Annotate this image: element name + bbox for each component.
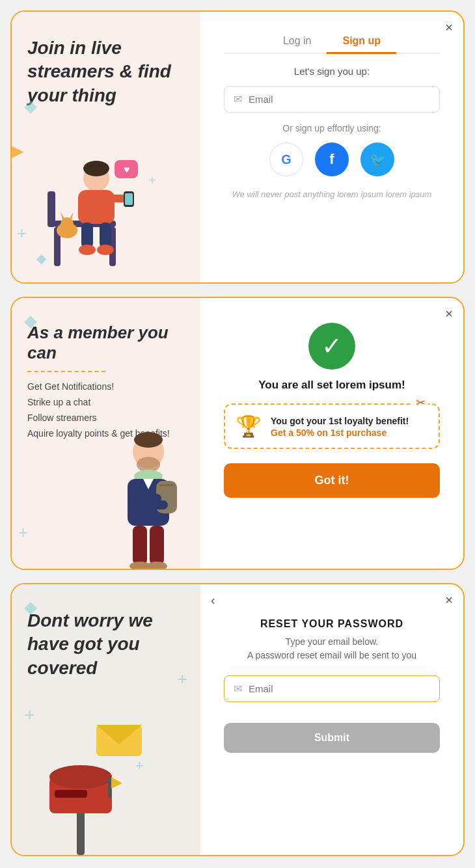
svg-marker-16 (61, 212, 65, 219)
svg-rect-32 (133, 526, 147, 565)
loyalty-main: You got your 1st loyalty benefit! (271, 416, 409, 426)
loyalty-text: You got your 1st loyalty benefit! Get a … (271, 414, 409, 438)
reset-subtitle-line1: Type your email below. (286, 636, 378, 647)
tab-signup[interactable]: Sign up (327, 30, 396, 54)
member-hero-title: As a member you can (27, 323, 185, 363)
reset-email-input[interactable] (249, 683, 430, 694)
facebook-icon: f (329, 151, 334, 168)
reset-left-panel: Dont worry we have got you covered + + + (12, 584, 200, 855)
success-circle: ✓ (308, 323, 355, 370)
reset-email-input-wrapper: ✉ (224, 675, 440, 702)
tab-login[interactable]: Log in (267, 30, 327, 54)
checkmark-icon: ✓ (321, 334, 342, 359)
signup-left-panel: Join in live streamers & find your thing… (12, 12, 200, 282)
svg-point-24 (134, 432, 163, 448)
svg-rect-7 (103, 195, 126, 202)
svg-text:+: + (135, 757, 144, 774)
svg-rect-33 (150, 526, 164, 565)
loyalty-sub: Get a 50% on 1st purchase (271, 427, 409, 438)
reset-subtitle: Type your email below. A password reset … (224, 635, 440, 662)
svg-point-5 (83, 161, 109, 176)
svg-rect-41 (55, 790, 87, 798)
signup-hero-title: Join in live streamers & find your thing (27, 36, 185, 107)
member-card: As a member you can Get Get Notification… (10, 297, 465, 570)
success-title: You are all set lorem ipsum! (224, 379, 440, 392)
svg-rect-29 (159, 484, 174, 486)
disclaimer-text: We will never post anything lorem ipsum … (224, 189, 440, 199)
svg-rect-42 (108, 777, 111, 798)
svg-rect-9 (125, 193, 133, 205)
facebook-signin-button[interactable]: f (315, 142, 349, 176)
twitter-signin-button[interactable]: 🐦 (360, 142, 394, 176)
illustration-mailbox: + (31, 712, 161, 855)
list-item: Strike up a chat (27, 397, 185, 407)
illustration-member (103, 426, 194, 569)
reset-title: RESET YOUR PASSWORD (224, 618, 440, 630)
plus-icon-2: + (18, 522, 28, 543)
email-icon: ✉ (234, 93, 242, 105)
svg-point-13 (97, 245, 114, 255)
svg-rect-31 (135, 500, 168, 509)
form-label: Let's sign you up: (224, 66, 440, 77)
success-right-panel: × ✓ You are all set lorem ipsum! 🏆 You g… (200, 298, 463, 569)
svg-point-40 (49, 765, 112, 789)
member-left-panel: As a member you can Get Get Notification… (12, 298, 200, 569)
svg-rect-3 (48, 191, 55, 227)
divider (27, 371, 105, 372)
reset-right-panel: ‹ × RESET YOUR PASSWORD Type your email … (200, 584, 463, 855)
back-button[interactable]: ‹ (211, 593, 215, 606)
success-icon-wrapper: ✓ (224, 323, 440, 370)
email-input[interactable] (249, 94, 430, 105)
google-icon: G (281, 152, 292, 167)
svg-point-12 (79, 245, 96, 255)
close-button[interactable]: × (445, 21, 453, 34)
twitter-icon: 🐦 (370, 152, 386, 167)
trophy-icon: 🏆 (236, 414, 262, 439)
svg-text:◆: ◆ (36, 251, 47, 265)
signup-right-panel: × Log in Sign up Let's sign you up: ✉ Or… (200, 12, 463, 282)
close-button-2[interactable]: × (445, 307, 453, 320)
list-item: Follow streamers (27, 413, 185, 423)
google-signin-button[interactable]: G (269, 142, 303, 176)
email-icon-reset: ✉ (234, 683, 242, 695)
illustration-person: ♥ + ◆ (18, 126, 174, 282)
signup-card: Join in live streamers & find your thing… (10, 10, 465, 284)
svg-point-35 (146, 562, 167, 569)
reset-password-card: Dont worry we have got you covered + + +… (10, 583, 465, 856)
auth-tabs: Log in Sign up (224, 30, 440, 54)
svg-marker-17 (69, 212, 74, 219)
plus-icon-3: + (178, 669, 187, 689)
close-button-3[interactable]: × (445, 593, 453, 606)
svg-marker-43 (111, 777, 122, 789)
list-item: Get Get Notifications! (27, 381, 185, 392)
email-input-wrapper: ✉ (224, 86, 440, 113)
social-icons-group: G f 🐦 (224, 142, 440, 176)
reset-hero-title: Dont worry we have got you covered (27, 609, 185, 680)
got-it-button[interactable]: Got it! (224, 463, 440, 498)
submit-button[interactable]: Submit (224, 723, 440, 753)
reset-subtitle-line2: A password reset email will be sent to y… (247, 650, 416, 660)
or-text: Or sign up effortly using: (224, 123, 440, 133)
svg-text:♥: ♥ (124, 164, 130, 175)
loyalty-benefit-box: 🏆 You got your 1st loyalty benefit! Get … (224, 403, 440, 449)
svg-text:+: + (148, 173, 156, 187)
